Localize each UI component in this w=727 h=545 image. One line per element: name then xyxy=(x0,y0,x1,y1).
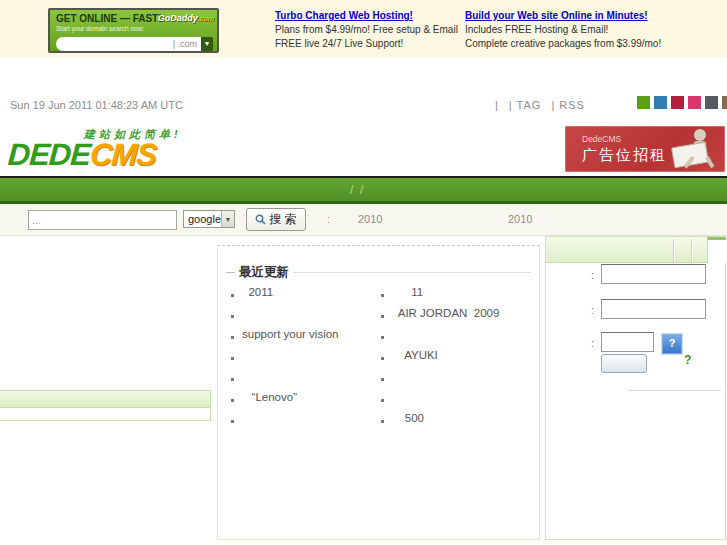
rss-link[interactable]: | RSS xyxy=(551,99,585,111)
list-item[interactable]: AYUKI xyxy=(378,349,536,370)
recent-updates-title: 最近更新 xyxy=(239,264,289,281)
list-item xyxy=(228,370,378,391)
bullet-icon xyxy=(381,378,384,381)
login-button[interactable] xyxy=(601,354,647,373)
login-box-divider xyxy=(628,390,721,391)
recent-updates-box: 最近更新 2011support your vision “Lenovo” 11… xyxy=(217,245,540,540)
main-content: 最近更新 2011support your vision “Lenovo” 11… xyxy=(0,236,727,545)
list-item-text: 2011 xyxy=(242,286,273,307)
list-item xyxy=(228,307,378,328)
offer-website-link[interactable]: Build your Web site Online in Minutes! xyxy=(465,10,648,21)
godaddy-logo: GoDaddy.com xyxy=(158,13,214,23)
status-row: Sun 19 Jun 2011 01:48:23 AM UTC | | TAG … xyxy=(0,90,727,122)
forgot-password-link[interactable]: ? xyxy=(684,353,691,367)
active-tab[interactable] xyxy=(707,237,726,263)
color-swatch[interactable] xyxy=(688,96,701,109)
list-item-text: AIR JORDAN 2009 xyxy=(392,307,499,328)
status-links: | | TAG | RSS xyxy=(495,99,585,111)
list-item xyxy=(378,328,536,349)
ad-banner[interactable]: DedeCMS 广告位招租 xyxy=(565,126,725,172)
recent-updates-list: 2011support your vision “Lenovo” 11 AIR … xyxy=(228,286,536,433)
captcha-help-button[interactable]: ? xyxy=(662,334,682,354)
list-item[interactable]: support your vision xyxy=(228,328,378,349)
color-swatches xyxy=(637,96,727,109)
godaddy-banner[interactable]: GET ONLINE — FAST! Start your domain sea… xyxy=(48,8,219,53)
hosted-notice-row: This page is hosted free, courtesy of Go… xyxy=(0,57,727,90)
captcha-label: : xyxy=(576,337,594,349)
hotword-link-2[interactable]: 2010 xyxy=(508,213,532,225)
offer-website-line1: Includes FREE Hosting & Email! xyxy=(465,23,661,37)
tag-link[interactable]: | TAG xyxy=(509,99,542,111)
password-label: : xyxy=(576,304,594,316)
site-header: 建站如此简单! DEDECMS DedeCMS 广告位招租 xyxy=(0,121,727,176)
ad-banner-text: 广告位招租 xyxy=(582,146,667,165)
nav-separators: / / xyxy=(350,183,363,197)
left-box-body xyxy=(0,408,211,421)
left-box-header xyxy=(0,390,211,408)
color-swatch[interactable] xyxy=(671,96,684,109)
list-item-text: 11 xyxy=(392,286,423,307)
engine-selected-value: google xyxy=(184,213,221,225)
tld-dropdown-button[interactable]: ▼ xyxy=(201,37,213,51)
username-field[interactable] xyxy=(601,264,706,284)
color-swatch[interactable] xyxy=(722,96,727,109)
offer-hosting: Turbo Charged Web Hosting! Plans from $4… xyxy=(275,9,458,51)
color-swatch[interactable] xyxy=(654,96,667,109)
offer-hosting-link[interactable]: Turbo Charged Web Hosting! xyxy=(275,10,413,21)
page: GET ONLINE — FAST! Start your domain sea… xyxy=(0,0,727,545)
bullet-icon xyxy=(381,315,384,318)
bullet-icon xyxy=(381,420,384,423)
list-item[interactable]: 500 xyxy=(378,412,536,433)
offer-hosting-line2: FREE live 24/7 Live Support! xyxy=(275,37,458,51)
figure-with-sign-icon xyxy=(667,127,719,169)
search-icon xyxy=(255,214,266,225)
offer-hosting-line1: Plans from $4.99/mo! Free setup & Email xyxy=(275,23,458,37)
bullet-icon xyxy=(231,357,234,360)
header-rule xyxy=(293,272,531,273)
bullet-icon xyxy=(381,294,384,297)
dedecms-logo[interactable]: DEDECMS xyxy=(7,137,158,173)
list-item[interactable]: “Lenovo” xyxy=(228,391,378,412)
list-item-text: 500 xyxy=(392,412,424,433)
hotword-link-1[interactable]: 2010 xyxy=(358,213,382,225)
bullet-icon xyxy=(231,420,234,423)
search-row: google ▼ 搜 索 : 2010 2010 xyxy=(0,204,727,236)
color-swatch[interactable] xyxy=(705,96,718,109)
color-swatch[interactable] xyxy=(637,96,650,109)
search-input[interactable] xyxy=(28,210,177,230)
offer-website: Build your Web site Online in Minutes! I… xyxy=(465,9,661,51)
bullet-icon xyxy=(231,315,234,318)
login-box-header xyxy=(546,237,725,263)
bullet-icon xyxy=(231,378,234,381)
datetime-text: Sun 19 Jun 2011 01:48:23 AM UTC xyxy=(10,99,183,111)
bullet-icon xyxy=(381,357,384,360)
engine-select[interactable]: google ▼ xyxy=(183,210,235,228)
bullet-icon xyxy=(231,399,234,402)
list-item[interactable]: AIR JORDAN 2009 xyxy=(378,307,536,328)
list-item[interactable]: 11 xyxy=(378,286,536,307)
recent-left: 2011support your vision “Lenovo” xyxy=(228,286,378,433)
list-item[interactable]: 2011 xyxy=(228,286,378,307)
login-box: : : : ? ? xyxy=(545,236,726,540)
tab-divider xyxy=(691,239,692,262)
domain-search-input[interactable]: | .com xyxy=(56,37,201,51)
password-field[interactable] xyxy=(601,299,706,319)
recent-updates-header: 最近更新 xyxy=(226,264,531,281)
captcha-field[interactable] xyxy=(601,332,654,352)
list-item-text: support your vision xyxy=(242,328,339,349)
search-button[interactable]: 搜 索 xyxy=(246,208,306,231)
godaddy-ad-strip: GET ONLINE — FAST! Start your domain sea… xyxy=(0,0,727,57)
chevron-down-icon: ▼ xyxy=(221,211,234,227)
banner-headline: GET ONLINE — FAST! xyxy=(56,13,162,24)
recent-right: 11 AIR JORDAN 2009 AYUKI 500 xyxy=(378,286,536,433)
bullet-icon xyxy=(381,399,384,402)
separator: | xyxy=(495,99,499,111)
bullet-icon xyxy=(231,294,234,297)
banner-subheadline: Start your domain search now: xyxy=(56,25,144,32)
ad-banner-brand: DedeCMS xyxy=(582,134,621,144)
username-label: : xyxy=(576,269,594,281)
main-navbar[interactable]: / / xyxy=(0,176,727,204)
bullet-icon xyxy=(381,336,384,339)
list-item xyxy=(228,349,378,370)
left-sidebar-box xyxy=(0,390,211,421)
